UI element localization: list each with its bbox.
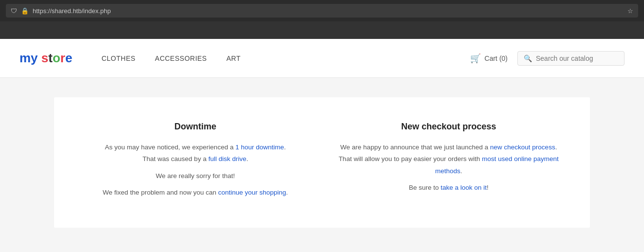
nav-accessories[interactable]: ACCESSORIES (155, 54, 207, 62)
checkout-link-1[interactable]: new checkout process (490, 144, 555, 151)
downtime-link-2[interactable]: full disk drive (208, 155, 246, 162)
search-input[interactable] (536, 54, 618, 62)
lock-icon: 🔒 (21, 7, 29, 15)
checkout-link-3[interactable]: take a look on it (440, 184, 487, 191)
bookmark-icon[interactable]: ☆ (627, 7, 633, 15)
downtime-text: As you may have noticed, we experienced … (83, 142, 307, 198)
cart-area[interactable]: 🛒 Cart (0) (470, 53, 508, 64)
checkout-section: New checkout process We are happy to ann… (337, 122, 561, 203)
logo-r: r (60, 51, 65, 65)
shield-icon: 🛡 (11, 7, 17, 15)
top-bar (0, 21, 644, 39)
browser-chrome: 🛡 🔒 https://shared.htb/index.php ☆ (0, 0, 644, 21)
downtime-section: Downtime As you may have noticed, we exp… (83, 122, 307, 203)
nav-clothes[interactable]: CLOTHES (101, 54, 135, 62)
downtime-link-1[interactable]: 1 hour downtime (235, 144, 284, 151)
downtime-link-3[interactable]: continue your shopping (218, 189, 286, 196)
checkout-link-2[interactable]: most used online payment methods (435, 155, 559, 174)
logo-t: t (48, 51, 53, 65)
checkout-para-2: Be sure to take a look on it! (337, 182, 561, 194)
header: my store CLOTHES ACCESSORIES ART 🛒 Cart … (0, 39, 644, 78)
downtime-para-2: We are really sorry for that! (83, 170, 307, 182)
nav-art[interactable]: ART (227, 54, 241, 62)
search-box[interactable]: 🔍 (517, 51, 625, 66)
downtime-para-1: As you may have noticed, we experienced … (83, 142, 307, 165)
logo-my: my (19, 51, 38, 65)
search-icon: 🔍 (524, 54, 532, 62)
downtime-title: Downtime (83, 122, 307, 132)
address-bar[interactable]: 🛡 🔒 https://shared.htb/index.php ☆ (6, 4, 638, 18)
downtime-para-3: We fixed the problem and now you can con… (83, 187, 307, 198)
checkout-title: New checkout process (337, 122, 561, 132)
logo[interactable]: my store (19, 51, 72, 66)
checkout-text: We are happy to announce that we just la… (337, 142, 561, 194)
url-text: https://shared.htb/index.php (33, 7, 111, 15)
cart-label: Cart (0) (485, 54, 508, 62)
logo-e: e (65, 51, 72, 65)
checkout-para-1: We are happy to announce that we just la… (337, 142, 561, 177)
main-nav: CLOTHES ACCESSORIES ART (101, 54, 470, 62)
logo-o: o (53, 51, 60, 65)
logo-s: s (41, 51, 48, 65)
main-content: Downtime As you may have noticed, we exp… (0, 78, 644, 252)
cart-icon: 🛒 (470, 53, 481, 64)
content-card: Downtime As you may have noticed, we exp… (54, 97, 590, 228)
